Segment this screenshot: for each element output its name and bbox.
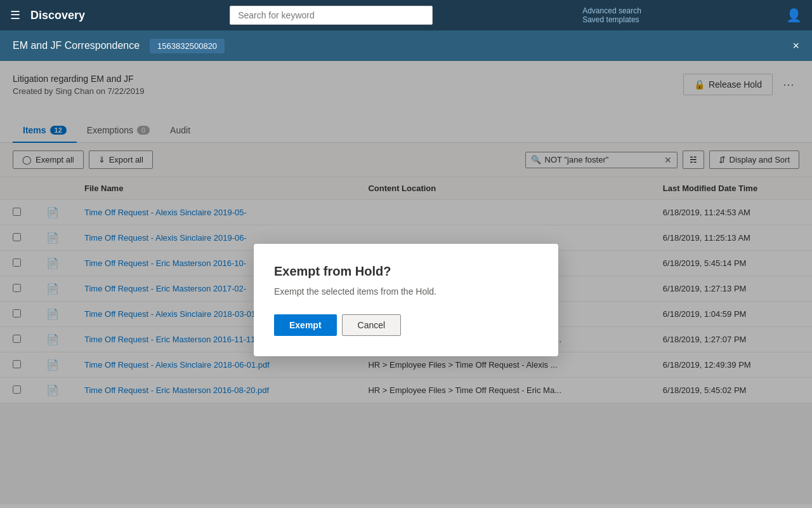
- close-case-button[interactable]: ×: [792, 39, 799, 53]
- advanced-search-link[interactable]: Advanced search: [582, 6, 641, 15]
- modal-overlay: Exempt from Hold? Exempt the selected it…: [0, 61, 812, 508]
- modal-confirm-button[interactable]: Exempt: [274, 314, 337, 336]
- case-header: EM and JF Correspondence 1563832500820 ×: [0, 30, 812, 61]
- search-links: Advanced search Saved templates: [582, 6, 641, 24]
- modal-cancel-button[interactable]: Cancel: [342, 314, 402, 336]
- modal-actions: Exempt Cancel: [274, 314, 538, 336]
- top-nav: ☰ Discovery Advanced search Saved templa…: [0, 0, 812, 30]
- case-id: 1563832500820: [150, 39, 225, 53]
- user-icon[interactable]: 👤: [786, 8, 802, 23]
- search-input[interactable]: [230, 6, 433, 25]
- saved-templates-link[interactable]: Saved templates: [582, 15, 641, 24]
- search-bar: [230, 6, 433, 25]
- app-title: Discovery: [30, 9, 85, 22]
- main-content: Litigation regarding EM and JF Created b…: [0, 61, 812, 508]
- modal-title: Exempt from Hold?: [274, 264, 538, 279]
- modal-body: Exempt the selected items from the Hold.: [274, 286, 538, 297]
- case-title: EM and JF Correspondence: [13, 40, 140, 51]
- exempt-modal: Exempt from Hold? Exempt the selected it…: [254, 244, 558, 356]
- hamburger-icon[interactable]: ☰: [10, 8, 20, 22]
